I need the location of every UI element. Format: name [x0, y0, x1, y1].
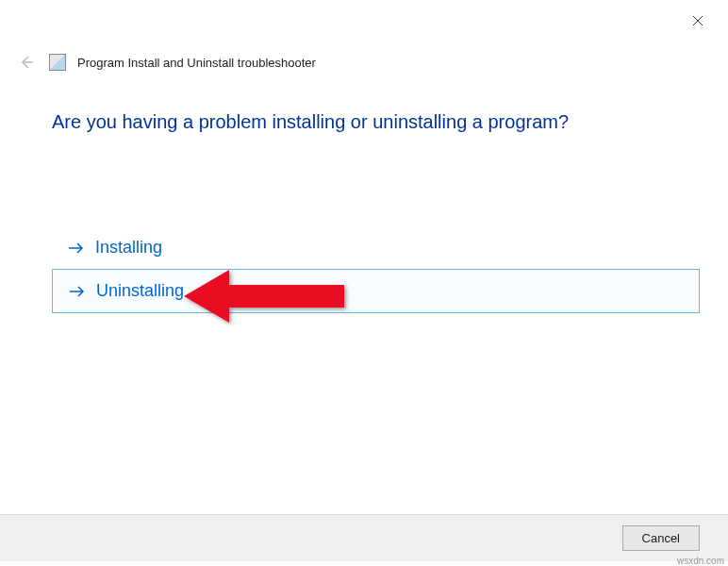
footer-bar: Cancel [0, 514, 728, 561]
watermark: wsxdn.com [677, 556, 724, 566]
option-uninstalling[interactable]: Uninstalling [52, 269, 700, 313]
options-list: Installing Uninstalling [52, 226, 700, 313]
option-uninstalling-label: Uninstalling [96, 281, 184, 301]
app-icon [49, 54, 66, 71]
option-installing-label: Installing [95, 238, 162, 258]
header: Program Install and Uninstall troublesho… [15, 51, 316, 74]
close-button[interactable] [687, 9, 709, 32]
window-title: Program Install and Uninstall troublesho… [77, 56, 316, 70]
option-installing[interactable]: Installing [52, 226, 700, 269]
main-question: Are you having a problem installing or u… [52, 111, 569, 133]
arrow-right-icon [67, 241, 86, 256]
arrow-right-icon [68, 284, 87, 299]
cancel-button[interactable]: Cancel [622, 525, 700, 551]
back-arrow-icon[interactable] [15, 51, 38, 74]
